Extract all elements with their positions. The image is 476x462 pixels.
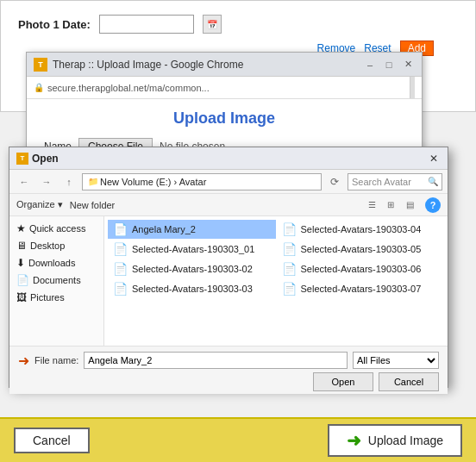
search-box: Search Avatar 🔍 xyxy=(348,173,442,190)
file-icon: 📄 xyxy=(113,282,128,296)
cancel-bar-button[interactable]: Cancel xyxy=(14,428,90,453)
breadcrumb: 📁 New Volume (E:) › Avatar xyxy=(82,173,322,190)
filetype-select[interactable]: All Files xyxy=(353,352,439,369)
file-icon: 📄 xyxy=(113,262,128,276)
nav-item-pictures[interactable]: 🖼 Pictures xyxy=(9,289,103,306)
nav-item-quick-access[interactable]: ★ Quick access xyxy=(9,220,103,237)
file-icon: 📄 xyxy=(282,262,297,276)
file-name: Selected-Avatars-190303-04 xyxy=(301,224,422,234)
back-button[interactable]: ← xyxy=(15,173,34,190)
file-name: Selected-Avatars-190303-05 xyxy=(301,244,422,254)
dialog-body: ★ Quick access 🖥 Desktop ⬇ Downloads 📄 D… xyxy=(9,216,448,346)
filename-label: File name: xyxy=(34,355,78,365)
open-dialog: T Open ✕ ← → ↑ 📁 New Volume (E:) › Avata… xyxy=(9,147,448,388)
open-button[interactable]: Open xyxy=(313,372,373,391)
view-preview-button[interactable]: ▤ xyxy=(401,197,418,213)
file-icon: 📄 xyxy=(282,282,297,296)
nav-label-quick-access: Quick access xyxy=(29,223,85,234)
dialog-nav: ← → ↑ 📁 New Volume (E:) › Avatar ⟳ Searc… xyxy=(9,170,448,194)
dialog-toolbar: Organize ▾ New folder ☰ ⊞ ▤ ? xyxy=(9,194,448,216)
nav-label-downloads: Downloads xyxy=(28,258,75,268)
address-text: secure.therapglobal.net/ma/common... xyxy=(47,83,406,93)
list-item[interactable]: 📄Selected-Avatars-190303_01 xyxy=(108,240,276,259)
forward-button[interactable]: → xyxy=(37,173,56,190)
view-list-button[interactable]: ☰ xyxy=(363,197,380,213)
nav-item-desktop[interactable]: 🖥 Desktop xyxy=(9,237,103,254)
dialog-title: Open xyxy=(32,153,423,165)
nav-item-downloads[interactable]: ⬇ Downloads xyxy=(9,254,103,272)
file-name: Selected-Avatars-190303-03 xyxy=(132,284,253,294)
list-item[interactable]: 📄Selected-Avatars-190303-05 xyxy=(277,240,445,259)
filename-input[interactable] xyxy=(84,352,348,369)
list-item[interactable]: 📄Angela Mary_2 xyxy=(108,220,276,239)
dialog-bottom: ➜ File name: All Files Open Cancel xyxy=(9,346,448,394)
search-icon[interactable]: 🔍 xyxy=(428,177,438,186)
downloads-icon: ⬇ xyxy=(16,257,25,269)
view-buttons: ☰ ⊞ ▤ xyxy=(363,197,418,213)
filename-arrow-icon: ➜ xyxy=(18,353,29,369)
dialog-titlebar: T Open ✕ xyxy=(9,147,448,170)
dialog-cancel-button[interactable]: Cancel xyxy=(379,372,439,391)
calendar-icon[interactable]: 📅 xyxy=(203,15,222,34)
dialog-close-button[interactable]: ✕ xyxy=(427,152,441,165)
chrome-minimize-button[interactable]: – xyxy=(363,58,377,72)
file-icon: 📄 xyxy=(113,242,128,256)
view-grid-button[interactable]: ⊞ xyxy=(382,197,399,213)
file-name: Selected-Avatars-190303-02 xyxy=(132,264,253,274)
upload-bar-button[interactable]: ➜ Upload Image xyxy=(328,424,462,457)
nav-label-documents: Documents xyxy=(33,275,81,285)
chrome-window-title: Therap :: Upload Image - Google Chrome xyxy=(53,59,358,71)
files-panel: 📄Angela Mary_2📄Selected-Avatars-190303-0… xyxy=(104,216,448,346)
list-item[interactable]: 📄Selected-Avatars-190303-03 xyxy=(108,279,276,298)
help-button[interactable]: ? xyxy=(425,197,441,213)
upload-arrow-icon: ➜ xyxy=(347,430,361,451)
file-name: Selected-Avatars-190303-06 xyxy=(301,264,422,274)
search-placeholder: Search Avatar xyxy=(352,177,426,187)
file-name: Angela Mary_2 xyxy=(132,224,196,234)
list-item[interactable]: 📄Selected-Avatars-190303-04 xyxy=(277,220,445,239)
chrome-maximize-button[interactable]: □ xyxy=(382,58,396,72)
chrome-close-button[interactable]: ✕ xyxy=(401,58,415,72)
chrome-favicon: T xyxy=(34,58,47,72)
upload-bar-label: Upload Image xyxy=(368,434,443,447)
list-item[interactable]: 📄Selected-Avatars-190303-07 xyxy=(277,279,445,298)
nav-item-documents[interactable]: 📄 Documents xyxy=(9,272,103,289)
up-button[interactable]: ↑ xyxy=(60,173,78,190)
date-input[interactable] xyxy=(99,15,194,34)
photo-date-label: Photo 1 Date: xyxy=(18,18,91,31)
file-icon: 📄 xyxy=(282,222,297,236)
pictures-icon: 🖼 xyxy=(16,291,27,303)
folder-icon: 📁 xyxy=(88,177,98,186)
nav-label-pictures: Pictures xyxy=(30,292,65,303)
upload-image-title: Upload Image xyxy=(44,109,404,128)
nav-label-desktop: Desktop xyxy=(30,240,65,251)
documents-icon: 📄 xyxy=(16,274,29,286)
chrome-titlebar: T Therap :: Upload Image - Google Chrome… xyxy=(27,53,422,77)
new-folder-button[interactable]: New folder xyxy=(70,200,116,210)
nav-panel: ★ Quick access 🖥 Desktop ⬇ Downloads 📄 D… xyxy=(9,216,104,346)
file-icon: 📄 xyxy=(113,222,128,236)
bottom-bar: Cancel ➜ Upload Image xyxy=(0,417,476,462)
desktop-icon: 🖥 xyxy=(16,240,27,252)
refresh-button[interactable]: ⟳ xyxy=(325,173,344,190)
dialog-favicon: T xyxy=(16,153,28,165)
file-name: Selected-Avatars-190303_01 xyxy=(132,244,254,254)
list-item[interactable]: 📄Selected-Avatars-190303-06 xyxy=(277,259,445,278)
organize-button[interactable]: Organize ▾ xyxy=(16,199,63,210)
chrome-addressbar: 🔒 secure.therapglobal.net/ma/common... xyxy=(27,77,422,99)
quick-access-icon: ★ xyxy=(16,222,26,234)
file-name: Selected-Avatars-190303-07 xyxy=(301,284,422,294)
lock-icon: 🔒 xyxy=(34,83,44,92)
file-icon: 📄 xyxy=(282,242,297,256)
breadcrumb-text: New Volume (E:) › Avatar xyxy=(100,177,206,187)
list-item[interactable]: 📄Selected-Avatars-190303-02 xyxy=(108,259,276,278)
